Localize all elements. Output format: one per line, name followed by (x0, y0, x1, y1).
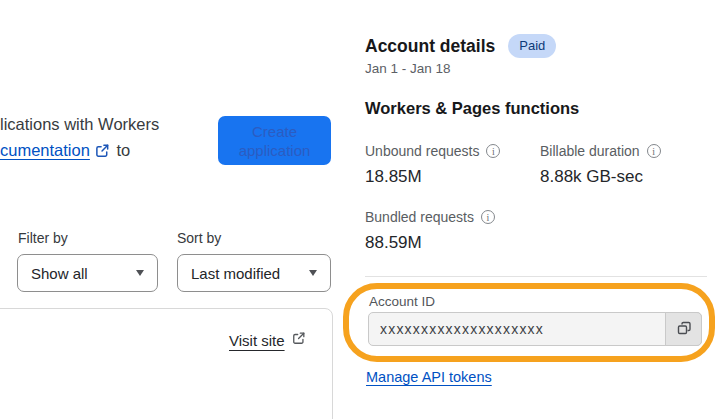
create-application-button[interactable]: Create application (218, 116, 331, 165)
projects-card (0, 308, 333, 419)
stat-value: 8.88k GB-sec (540, 167, 661, 187)
filter-by-label: Filter by (18, 230, 68, 246)
sort-dropdown[interactable]: Last modified (177, 254, 331, 292)
documentation-link[interactable]: cumentation (0, 141, 90, 159)
sort-dropdown-value: Last modified (191, 265, 280, 282)
intro-suffix: to (116, 141, 130, 159)
filter-dropdown-value: Show all (31, 265, 88, 282)
stat-label: Bundled requests (365, 209, 474, 225)
visit-site-link[interactable]: Visit site (229, 331, 306, 349)
copy-button[interactable] (665, 312, 702, 346)
stat-value: 88.59M (365, 233, 495, 253)
filter-dropdown[interactable]: Show all (17, 254, 158, 292)
info-icon[interactable]: i (647, 144, 661, 158)
create-application-label: Create application (239, 123, 311, 159)
external-link-icon (292, 331, 306, 349)
stat-unbound-requests: Unbound requests i 18.85M (365, 143, 500, 187)
account-id-label: Account ID (369, 294, 435, 309)
intro-text: lications with Workers cumentation to (0, 111, 240, 165)
info-icon[interactable]: i (486, 144, 500, 158)
account-id-field (368, 312, 702, 346)
account-id-input[interactable] (368, 312, 702, 346)
functions-section-title: Workers & Pages functions (365, 99, 579, 118)
stat-label: Unbound requests (365, 143, 479, 159)
intro-line1: lications with Workers (0, 115, 159, 133)
visit-site-label: Visit site (229, 332, 285, 349)
account-details-header: Account details Paid (365, 34, 556, 58)
stat-bundled-requests: Bundled requests i 88.59M (365, 209, 495, 253)
workers-pages-screen: lications with Workers cumentation to Cr… (0, 0, 718, 419)
stat-label: Billable duration (540, 143, 640, 159)
manage-api-tokens-link[interactable]: Manage API tokens (366, 369, 492, 385)
chevron-down-icon (136, 270, 144, 276)
chevron-down-icon (309, 270, 317, 276)
external-link-icon (95, 139, 110, 165)
stat-billable-duration: Billable duration i 8.88k GB-sec (540, 143, 661, 187)
paid-plan-badge: Paid (508, 34, 556, 58)
account-details-title: Account details (365, 36, 495, 57)
stat-value: 18.85M (365, 167, 500, 187)
billing-date-range: Jan 1 - Jan 18 (365, 61, 451, 76)
info-icon[interactable]: i (481, 210, 495, 224)
copy-icon (676, 320, 692, 339)
section-divider (365, 276, 707, 277)
sort-by-label: Sort by (177, 230, 221, 246)
